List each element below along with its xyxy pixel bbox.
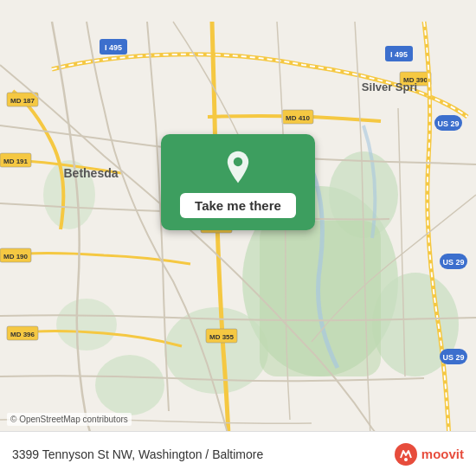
take-me-there-card: Take me there xyxy=(161,134,315,230)
svg-text:Silver Spri: Silver Spri xyxy=(362,80,417,93)
map-container: I 495 I 495 MD 390 US 29 US 29 US 29 MD … xyxy=(0,0,476,476)
svg-text:MD 396: MD 396 xyxy=(10,331,35,338)
svg-point-6 xyxy=(56,299,117,351)
svg-point-38 xyxy=(404,458,408,461)
moovit-logo: moovit xyxy=(394,442,464,466)
svg-point-36 xyxy=(234,158,242,166)
address-text: 3399 Tennyson St NW, Washington / Baltim… xyxy=(12,447,263,461)
svg-text:US 29: US 29 xyxy=(442,353,464,362)
svg-text:US 29: US 29 xyxy=(442,258,464,267)
take-me-there-button[interactable]: Take me there xyxy=(180,193,296,218)
svg-text:MD 355: MD 355 xyxy=(209,333,235,341)
location-pin-icon xyxy=(221,150,255,184)
svg-text:MD 187: MD 187 xyxy=(10,97,35,105)
svg-text:I 495: I 495 xyxy=(105,43,122,52)
svg-text:I 495: I 495 xyxy=(390,50,408,59)
svg-text:MD 190: MD 190 xyxy=(3,253,29,261)
svg-point-4 xyxy=(95,355,164,415)
svg-text:US 29: US 29 xyxy=(437,119,459,128)
osm-attribution: © OpenStreetMap contributors xyxy=(7,413,132,426)
svg-text:MD 191: MD 191 xyxy=(3,158,29,165)
bottom-bar: 3399 Tennyson St NW, Washington / Baltim… xyxy=(0,431,476,476)
map-svg: I 495 I 495 MD 390 US 29 US 29 US 29 MD … xyxy=(0,0,476,476)
svg-text:MD 410: MD 410 xyxy=(286,114,311,122)
moovit-text: moovit xyxy=(421,447,464,461)
moovit-icon xyxy=(394,442,418,466)
svg-text:Bethesda: Bethesda xyxy=(63,166,118,180)
